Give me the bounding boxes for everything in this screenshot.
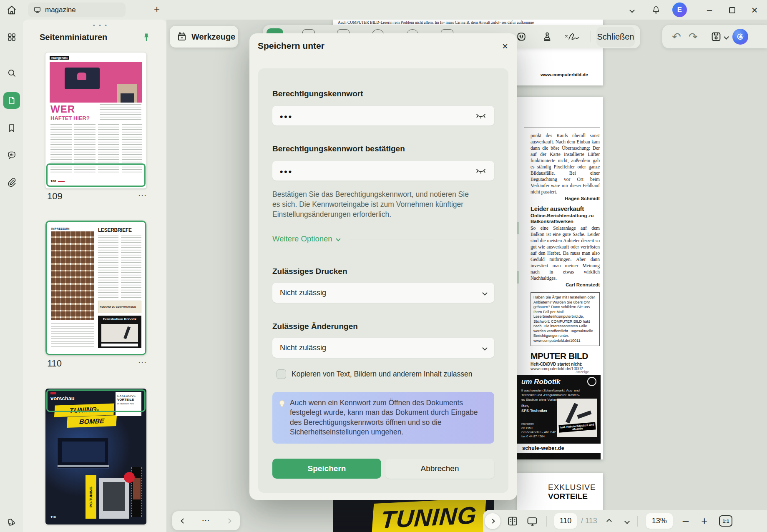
thumb-ad-box: Fernstudium Robotik [98,316,141,348]
more-options-link[interactable]: Weitere Optionen [272,234,494,243]
redo-button[interactable]: ↷ [685,30,702,43]
ad-sub: SPS-Techniker [521,409,548,413]
printing-label: Zulässiges Drucken [272,267,494,276]
printing-dropdown[interactable]: Nicht zulässig [272,283,494,303]
text-lines-decoration [121,236,141,298]
presentation-button[interactable] [526,515,539,527]
close-editor-button[interactable]: Schließen [596,27,635,47]
search-icon [7,68,17,78]
confirm-password-field[interactable]: ••• [272,161,494,181]
ad-tag: Anzeige [576,370,589,374]
previous-button[interactable] [181,518,186,524]
chevron-down-icon [336,236,340,241]
close-icon: × [502,40,508,52]
sidebar-item-bookmarks[interactable] [3,120,20,136]
eye-closed-icon[interactable] [475,112,487,120]
save-confirm-button[interactable]: Speichern [272,459,381,479]
minimize-button[interactable]: – [703,4,716,16]
red-badge [124,472,135,483]
photo-suit [121,93,134,103]
user-avatar[interactable]: E [672,3,687,17]
visible-area-rect[interactable] [46,163,146,187]
page-number-input[interactable]: 110 [554,513,577,529]
tab-title: magazine [45,6,76,14]
visible-area-rect[interactable] [46,389,146,412]
signature-tool-button[interactable] [564,28,581,45]
ad-image-decoration [101,324,138,342]
more-actions-button[interactable]: ··· [202,517,210,524]
zoom-level-input[interactable]: 13% [646,513,673,529]
page-total: / 113 [581,517,597,525]
password-field[interactable]: ••• [272,106,494,125]
reader-note-box: Haben Sie Ärger mit Herstellern oder Anb… [531,292,600,346]
robot-arm-shape [577,410,591,419]
vorteile-line: VORTEILE [548,492,588,501]
next-button[interactable] [226,518,231,524]
password-value: ••• [280,112,293,122]
dialog-body: Berechtigungskennwort ••• Berechtigungsk… [258,68,508,493]
thumb-page-number: 110 [50,515,56,519]
page-footer-url: www.computerbild.de [541,72,588,77]
page-icon [7,95,17,105]
article-paragraph: So eine Solaranlage auf dem Balkon ist e… [531,225,600,281]
ad-footer-strip: schule-weber.de [517,444,601,453]
maximize-icon [729,7,735,13]
illustration-photo [117,84,137,103]
chevron-down-icon [624,519,630,524]
cd-note-url: www.computerbild.de/10002 [531,366,600,371]
next-page-button[interactable] [625,517,629,525]
page-view-button[interactable] [506,515,519,527]
maximize-button[interactable] [726,4,738,16]
ai-assistant-button[interactable] [732,29,748,45]
notifications-button[interactable] [650,4,662,16]
laptop-base [58,465,109,467]
thumbnail-menu-button[interactable]: ··· [135,192,147,199]
sidebar-item-thumbnails[interactable] [3,92,20,109]
title-bar: magazine + E – × [0,0,767,20]
new-tab-button[interactable]: + [151,3,163,15]
sidebar-item-comments[interactable] [3,147,20,163]
changes-dropdown[interactable]: Nicht zulässig [272,338,494,358]
home-button[interactable] [4,3,19,17]
illustration-skull [77,73,86,80]
thumbnail-label: 110 [47,358,62,369]
close-window-button[interactable]: × [748,4,761,16]
zoom-out-button[interactable]: – [683,514,689,527]
pin-button[interactable] [140,30,153,44]
panel-drag-handle[interactable]: • • • [93,22,108,28]
text-lines-decoration [100,104,141,120]
signature-icon [564,31,581,42]
section-divider [350,239,494,239]
zoom-in-button[interactable]: + [701,514,707,527]
save-icon [710,31,722,43]
document-tab[interactable]: magazine [28,3,126,17]
tower-inner [103,482,125,511]
ad-footer-url: schule-weber.de [522,445,564,451]
dialog-title: Speichern unter [258,41,324,51]
dialog-close-button[interactable]: × [500,41,510,52]
cancel-button[interactable]: Abbrechen [385,459,494,479]
thumbnail-menu-button[interactable]: ··· [135,359,147,366]
sidebar-item-attachments[interactable] [3,174,20,191]
panel-title: Seitenminiaturen [40,33,107,42]
tools-button[interactable]: Werkzeuge [170,26,238,48]
page-thumbnail[interactable]: vorschau TUNING- BOMBE EXKLUSIVE VORTEIL… [45,389,146,524]
eye-closed-icon[interactable] [475,167,487,175]
page-thumbnail[interactable]: nachgehakt WER HAFTET HIER? 108 [45,53,146,188]
stamp-icon [542,31,553,42]
sidebar-item-search[interactable] [3,65,20,81]
page-thumbnail-selected[interactable]: IMPRESSUM LESERBRIEFE KONTAKT ZU COMPUTE… [45,221,146,355]
thumb-impressum: IMPRESSUM [51,227,70,230]
save-button[interactable] [710,31,722,43]
sidebar-item-cards[interactable] [3,514,20,530]
window-dropdown-button[interactable] [626,4,638,16]
stamp-tool-button[interactable] [539,28,556,45]
actual-size-button[interactable]: 1:1 [719,515,732,527]
undo-button[interactable]: ↶ [668,30,685,43]
save-options-chevron[interactable] [724,34,729,40]
sidebar-item-apps[interactable] [3,29,20,45]
expand-panel-button[interactable] [485,513,500,529]
strip-text: PC-TUNING [89,487,93,507]
copy-checkbox[interactable] [277,369,286,379]
previous-page-button[interactable] [607,517,611,525]
